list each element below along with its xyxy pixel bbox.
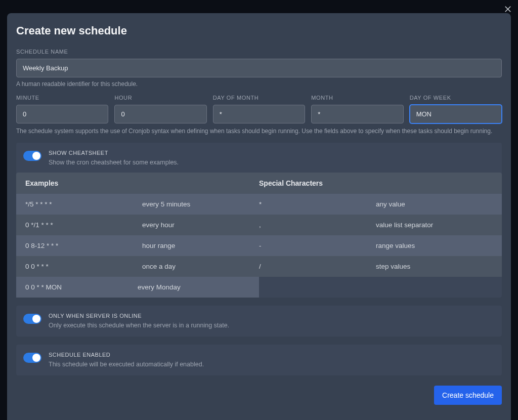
month-input[interactable] xyxy=(311,105,403,123)
hour-label: HOUR xyxy=(114,95,206,101)
show-cheatsheet-desc: Show the cron cheatsheet for some exampl… xyxy=(49,159,179,166)
minute-label: MINUTE xyxy=(16,95,108,101)
month-label: MONTH xyxy=(311,95,403,101)
cheat-char-meaning: any value xyxy=(376,200,493,208)
only-online-toggle[interactable] xyxy=(23,314,41,324)
show-cheatsheet-toggle[interactable] xyxy=(23,151,41,161)
schedule-enabled-desc: This schedule will be executed automatic… xyxy=(49,361,204,368)
day-of-week-input[interactable] xyxy=(410,105,502,123)
cheat-char: , xyxy=(259,221,376,229)
schedule-name-label: SCHEDULE NAME xyxy=(16,49,502,55)
cheat-expr: 0 0 * * * xyxy=(25,263,142,270)
cheat-header-special: Special Characters xyxy=(259,179,493,187)
cheat-row: 0 */1 * * * every hour , value list sepa… xyxy=(16,215,502,235)
cheat-meaning: every 5 minutes xyxy=(142,200,259,208)
cheat-expr: 0 */1 * * * xyxy=(25,221,142,229)
schedule-name-section: SCHEDULE NAME A human readable identifie… xyxy=(16,49,502,88)
cheat-char-meaning: value list separator xyxy=(376,221,493,229)
cheat-char: * xyxy=(259,200,376,208)
cheat-expr: */5 * * * * xyxy=(25,200,142,208)
cheat-char-meaning: range values xyxy=(376,242,493,249)
only-online-desc: Only execute this schedule when the serv… xyxy=(49,322,229,329)
cron-help-text: The schedule system supports the use of … xyxy=(16,128,502,135)
cheat-row: */5 * * * * every 5 minutes * any value xyxy=(16,194,502,215)
cheat-expr: 0 8-12 * * * xyxy=(25,242,142,249)
modal-title: Create new schedule xyxy=(16,24,502,37)
cheat-meaning: every Monday xyxy=(138,283,250,291)
cheat-row: 0 0 * * * once a day / step values xyxy=(16,256,502,277)
cheatsheet-card: SHOW CHEATSHEET Show the cron cheatsheet… xyxy=(16,143,502,298)
cheat-meaning: every hour xyxy=(142,221,259,229)
cheat-expr: 0 0 * * MON xyxy=(25,283,138,291)
minute-input[interactable] xyxy=(16,105,108,123)
close-icon[interactable] xyxy=(502,3,514,15)
create-schedule-modal: Create new schedule SCHEDULE NAME A huma… xyxy=(7,13,511,420)
cheatsheet-table: Examples Special Characters */5 * * * * … xyxy=(16,173,502,298)
day-of-month-input[interactable] xyxy=(213,105,305,123)
cron-fields-row: MINUTE HOUR DAY OF MONTH MONTH DAY OF WE… xyxy=(16,95,502,123)
cheat-char: - xyxy=(259,242,376,249)
hour-input[interactable] xyxy=(114,105,206,123)
day-of-month-label: DAY OF MONTH xyxy=(213,95,305,101)
schedule-name-help: A human readable identifier for this sch… xyxy=(16,80,502,88)
schedule-name-input[interactable] xyxy=(16,59,502,77)
cheat-meaning: hour range xyxy=(142,242,259,249)
cheat-header-examples: Examples xyxy=(25,179,259,187)
schedule-enabled-card: SCHEDULE ENABLED This schedule will be e… xyxy=(16,345,502,375)
cheat-char: / xyxy=(259,263,376,270)
cheat-char-meaning: step values xyxy=(376,263,493,270)
only-online-label: ONLY WHEN SERVER IS ONLINE xyxy=(49,313,229,319)
only-online-card: ONLY WHEN SERVER IS ONLINE Only execute … xyxy=(16,306,502,337)
create-schedule-button[interactable]: Create schedule xyxy=(434,386,502,405)
cheat-row: 0 0 * * MON every Monday xyxy=(16,277,259,298)
schedule-enabled-label: SCHEDULE ENABLED xyxy=(49,352,204,358)
show-cheatsheet-label: SHOW CHEATSHEET xyxy=(49,150,179,156)
cheat-row: 0 8-12 * * * hour range - range values xyxy=(16,235,502,256)
cheat-meaning: once a day xyxy=(142,263,259,270)
day-of-week-label: DAY OF WEEK xyxy=(410,95,502,101)
schedule-enabled-toggle[interactable] xyxy=(23,353,41,363)
